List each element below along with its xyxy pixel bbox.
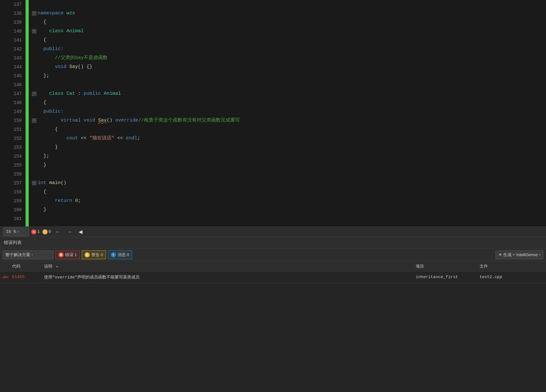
filter-error-label: 错误 1 — [65, 252, 77, 258]
line-number: 156 — [0, 170, 22, 179]
code-token: } — [32, 161, 46, 170]
line-number: 149 — [0, 107, 22, 116]
collapse-button[interactable]: − — [32, 92, 36, 96]
code-token: { — [32, 18, 46, 27]
error-panel-header: 错误列表 — [0, 237, 546, 248]
code-token — [95, 116, 98, 125]
line-number: 155 — [0, 161, 22, 170]
code-line: − class Cat : public Animal — [32, 89, 546, 98]
line-number: 150 — [0, 116, 22, 125]
code-token: Say — [98, 116, 107, 125]
code-token — [46, 179, 49, 188]
code-token: main — [49, 179, 61, 188]
line-number: 147 — [0, 89, 22, 98]
code-token: void — [55, 63, 66, 71]
filter-error-x: ✕ — [59, 252, 63, 257]
zoom-control[interactable]: 16 % ▾ — [3, 227, 29, 236]
code-token — [38, 116, 61, 125]
code-token — [64, 89, 66, 98]
build-filter-button[interactable]: ✕ 生成 + IntelliSense ▾ — [496, 250, 543, 259]
build-filter-label: 生成 + IntelliSense — [503, 252, 538, 258]
prev-error-button[interactable]: ← — [54, 228, 63, 235]
code-line — [32, 214, 546, 223]
line-number: 160 — [0, 205, 22, 214]
code-line: }; — [32, 152, 546, 161]
row-file: test2.cpp — [480, 275, 543, 279]
filter-warning-button[interactable]: ⚠ 警告 0 — [82, 250, 106, 259]
code-token — [64, 27, 66, 36]
next-error-button[interactable]: → — [65, 228, 74, 235]
code-token: 0 — [75, 196, 78, 205]
col-header-desc[interactable]: 说明 ▾ — [44, 263, 416, 269]
line-number: 158 — [0, 188, 22, 196]
zoom-chevron: ▾ — [17, 230, 19, 234]
filter-error-button[interactable]: ✕ 错误 1 — [56, 250, 80, 259]
collapse-button[interactable]: − — [32, 29, 36, 33]
code-token — [32, 54, 55, 63]
warning-symbol: ⚠ — [44, 230, 46, 234]
filter-error-icon: ✕ — [58, 252, 64, 257]
code-content[interactable]: −namespace wzs {− class Animal { public:… — [29, 0, 546, 226]
code-line: public: — [32, 107, 546, 116]
line-number: 137 — [0, 0, 22, 9]
code-line: public: — [32, 45, 546, 54]
code-token: ; — [137, 134, 140, 143]
error-badge: ✕ 1 — [31, 229, 40, 234]
col-header-project[interactable]: 项目 — [416, 263, 480, 269]
code-line: −int main() — [32, 179, 546, 188]
code-token: }; — [32, 152, 49, 161]
collapse-button[interactable]: − — [32, 118, 36, 123]
build-filter-chevron: ▾ — [539, 253, 541, 256]
collapse-button[interactable]: − — [32, 11, 36, 16]
error-count: 1 — [37, 229, 40, 234]
row-icon: abc — [3, 275, 12, 279]
line-number: 153 — [0, 143, 22, 152]
filter-scope-dropdown[interactable]: 整个解决方案 ▾ — [3, 250, 54, 259]
code-line: { — [32, 36, 546, 45]
code-token: { — [32, 125, 58, 134]
code-token — [32, 63, 55, 71]
code-line: }; — [32, 71, 546, 80]
row-description: 使用"override"声明的成员函数不能重写基类成员 — [44, 274, 416, 280]
code-token: } — [32, 143, 58, 152]
collapse-error-panel-button[interactable]: ◀ — [77, 228, 84, 235]
gutter — [26, 0, 29, 226]
code-token: << — [78, 134, 89, 143]
code-token: ; — [78, 196, 81, 205]
filter-info-button[interactable]: i 消息 0 — [108, 250, 132, 259]
line-number: 157 — [0, 179, 22, 188]
error-panel-toolbar: 整个解决方案 ▾ ✕ 错误 1 ⚠ 警告 0 i 消息 0 ✕ 生成 + Int… — [0, 248, 546, 261]
code-token: "猫在说话" — [89, 134, 114, 143]
code-token: () {} — [78, 63, 92, 71]
code-line: cout << "猫在说话" << endl; — [32, 134, 546, 143]
filter-scope-chevron: ▾ — [32, 253, 34, 257]
code-token: Cat — [66, 89, 75, 98]
code-token: { — [32, 98, 46, 107]
warning-badge: ⚠ 0 — [42, 229, 51, 234]
code-token — [32, 107, 43, 116]
code-line: { — [32, 18, 546, 27]
code-line — [32, 80, 546, 89]
code-token: namespace — [38, 9, 64, 18]
code-line: { — [32, 98, 546, 107]
code-line: //父类的Say不是虚函数 — [32, 54, 546, 63]
code-token: Animal — [104, 89, 121, 98]
code-token — [32, 134, 66, 143]
table-row[interactable]: abc E1455 使用"override"声明的成员函数不能重写基类成员 in… — [0, 271, 546, 283]
col-header-file[interactable]: 文件 — [480, 263, 543, 269]
code-token — [32, 45, 43, 54]
sort-indicator: ▾ — [56, 265, 58, 269]
col-header-code[interactable]: 代码 — [12, 263, 44, 269]
code-line — [32, 170, 546, 179]
table-header: 代码 说明 ▾ 项目 文件 — [0, 261, 546, 271]
code-line: { — [32, 188, 546, 196]
code-token — [64, 9, 66, 18]
collapse-button[interactable]: − — [32, 181, 36, 185]
code-token — [38, 27, 49, 36]
code-line: void Say() {} — [32, 63, 546, 71]
code-token: return — [55, 196, 72, 205]
code-token — [32, 196, 55, 205]
code-line: { — [32, 125, 546, 134]
error-panel-title: 错误列表 — [4, 240, 22, 246]
error-icon: ✕ — [31, 229, 36, 234]
